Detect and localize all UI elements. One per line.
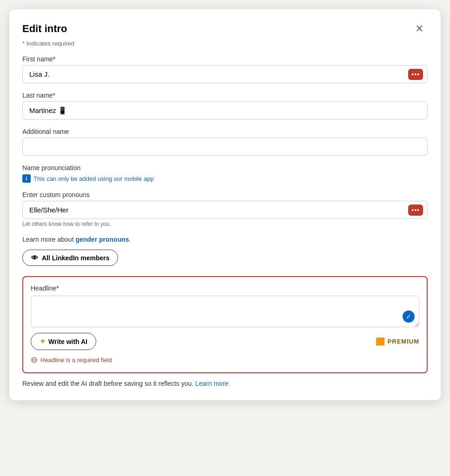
ai-draft-learn-more-link[interactable]: Learn more [195,380,229,387]
headline-actions: ✦ Write with AI 🟧 PREMIUM [31,333,419,350]
info-icon: i [22,174,31,183]
pronouns-group: Enter custom pronouns ••• Let others kno… [22,191,428,227]
visibility-btn-label: All LinkedIn members [42,254,109,262]
write-ai-label: Write with AI [48,338,87,345]
premium-text: PREMIUM [388,338,419,345]
emoji-dots-icon: ••• [411,71,420,78]
premium-badge: 🟧 PREMIUM [376,337,419,346]
pronouns-input-wrapper: ••• [22,201,428,219]
gender-pronouns-link[interactable]: gender pronouns [75,236,129,243]
first-name-emoji-button[interactable]: ••• [408,69,423,80]
eye-icon: 👁 [31,254,38,262]
additional-name-input-wrapper [22,138,428,156]
close-button[interactable]: ✕ [411,20,428,37]
last-name-input-wrapper [22,101,428,119]
first-name-input[interactable] [22,65,428,83]
headline-input[interactable] [31,296,419,327]
mobile-info-row: i This can only be added using our mobil… [22,174,428,183]
last-name-group: Last name* [22,92,428,119]
pronouns-hint: Let others know how to refer to you. [22,221,428,227]
gender-pronouns-suffix: . [129,236,131,243]
ai-star-icon: ✦ [40,337,46,346]
error-row: ⊖ Headline is a required field [31,355,419,365]
visibility-button[interactable]: 👁 All LinkedIn members [22,250,118,266]
headline-check-icon: ✓ [403,311,415,323]
ai-draft-note-text: Review and edit the AI draft before savi… [22,380,193,387]
pronouns-label: Enter custom pronouns [22,191,428,198]
additional-name-group: Additional name [22,128,428,156]
ai-draft-note: Review and edit the AI draft before savi… [22,380,428,387]
last-name-label: Last name* [22,92,428,99]
gender-pronouns-prefix: Learn more about [22,236,75,243]
additional-name-label: Additional name [22,128,428,135]
headline-label: Headline* [31,284,419,292]
error-text: Headline is a required field [40,357,112,364]
pronouns-emoji-dots-icon: ••• [411,206,420,214]
premium-icon: 🟧 [376,337,385,346]
name-pronunciation-label: Name pronunciation [22,164,428,172]
pronouns-input[interactable] [22,201,428,219]
modal-title: Edit intro [22,23,67,35]
name-pronunciation-group: Name pronunciation i This can only be ad… [22,164,428,183]
required-note: * Indicates required [22,40,428,47]
mobile-only-text: This can only be added using our mobile … [33,175,154,182]
additional-name-input[interactable] [22,138,428,156]
first-name-input-wrapper: ••• [22,65,428,83]
edit-intro-modal: Edit intro ✕ * Indicates required First … [9,9,441,400]
gender-pronouns-row: Learn more about gender pronouns. [22,236,428,243]
first-name-group: First name* ••• [22,55,428,83]
modal-header: Edit intro ✕ [22,20,428,37]
last-name-input[interactable] [22,101,428,119]
write-with-ai-button[interactable]: ✦ Write with AI [31,333,96,350]
pronouns-emoji-button[interactable]: ••• [408,205,423,216]
first-name-label: First name* [22,55,428,63]
headline-section: Headline* ✓ ✦ Write with AI 🟧 PREMIUM ⊖ … [22,276,428,373]
error-icon: ⊖ [31,355,38,365]
headline-input-wrapper: ✓ [31,296,419,327]
